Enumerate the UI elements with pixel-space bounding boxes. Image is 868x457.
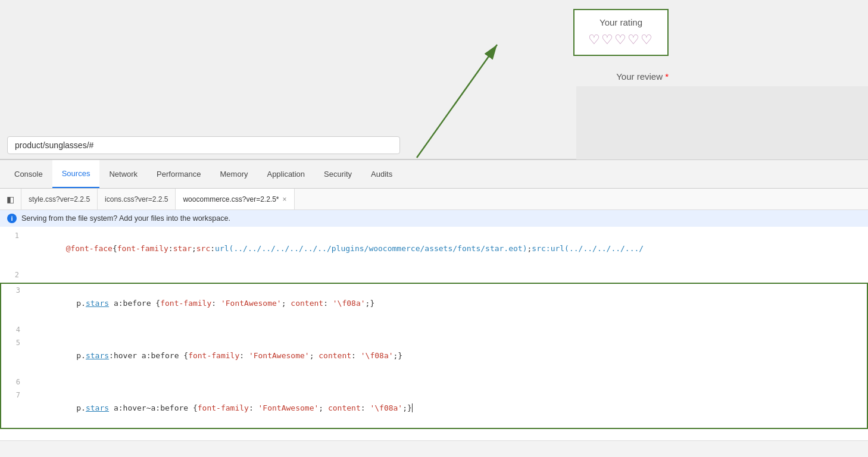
file-tab-woocommerce-label: woocommerce.css?ver=2.2.5*	[183, 195, 279, 204]
info-message: Serving from the file system? Add your f…	[21, 214, 230, 223]
devtools-bottom-bar	[0, 440, 868, 457]
code-line-3: 3 p.stars a:before {font-family: 'FontAw…	[1, 284, 867, 323]
info-bar: i Serving from the file system? Add your…	[0, 210, 868, 227]
tab-memory[interactable]: Memory	[211, 160, 258, 188]
your-review-label: Your review *	[616, 71, 669, 82]
file-tabs: ◧ style.css?ver=2.2.5 icons.css?ver=2.2.…	[0, 189, 868, 210]
highlighted-code-block: 3 p.stars a:before {font-family: 'FontAw…	[0, 283, 868, 429]
tab-application[interactable]: Application	[257, 160, 314, 188]
line-number-7: 7	[6, 389, 20, 402]
code-line-2: 2	[0, 268, 868, 281]
file-tab-icons-label: icons.css?ver=2.2.5	[105, 195, 168, 204]
required-marker: *	[665, 71, 669, 82]
line-number-3: 3	[6, 284, 20, 297]
sidebar-toggle[interactable]: ◧	[0, 189, 21, 210]
file-tab-woocommerce-close[interactable]: ×	[283, 195, 287, 204]
devtools-tab-bar: Console Sources Network Performance Memo…	[0, 160, 868, 189]
tab-network[interactable]: Network	[99, 160, 147, 188]
audits-tab-label: Audits	[371, 170, 392, 179]
line-number-1: 1	[5, 229, 19, 242]
rating-hearts[interactable]: ♡♡♡♡♡	[585, 32, 657, 48]
line-number-2: 2	[5, 268, 19, 281]
file-tab-style[interactable]: style.css?ver=2.2.5	[21, 189, 98, 209]
sidebar-toggle-icon: ◧	[7, 195, 14, 204]
memory-tab-label: Memory	[220, 170, 248, 179]
url-bar[interactable]: product/sunglasses/#	[7, 136, 400, 154]
sources-tab-label: Sources	[62, 169, 90, 178]
code-line-4: 4	[1, 323, 867, 336]
file-tab-style-label: style.css?ver=2.2.5	[29, 195, 90, 204]
tab-console[interactable]: Console	[5, 160, 52, 188]
code-editor[interactable]: 1 @font-face{font-family:star;src:url(..…	[0, 227, 868, 440]
code-line-8	[0, 430, 868, 440]
line-number-4: 4	[6, 323, 20, 336]
tab-performance[interactable]: Performance	[147, 160, 210, 188]
browser-viewport: Your rating ♡♡♡♡♡ Your review * product/…	[0, 0, 868, 159]
line-number-5: 5	[6, 336, 20, 349]
security-tab-label: Security	[324, 170, 352, 179]
console-tab-label: Console	[14, 170, 43, 179]
rating-widget: Your rating ♡♡♡♡♡	[573, 9, 669, 56]
rating-title: Your rating	[585, 17, 657, 27]
tab-sources[interactable]: Sources	[52, 160, 100, 188]
network-tab-label: Network	[109, 170, 138, 179]
code-line-7: 7 p.stars a:hover~a:before {font-family:…	[1, 389, 867, 428]
tab-audits[interactable]: Audits	[361, 160, 402, 188]
file-tab-woocommerce[interactable]: woocommerce.css?ver=2.2.5* ×	[176, 189, 294, 209]
application-tab-label: Application	[267, 170, 305, 179]
performance-tab-label: Performance	[157, 170, 201, 179]
line-number-6: 6	[6, 375, 20, 389]
code-line-6: 6	[1, 375, 867, 389]
url-bar-container: product/sunglasses/#	[0, 132, 868, 159]
info-icon: i	[7, 214, 17, 223]
tab-security[interactable]: Security	[314, 160, 361, 188]
file-tab-icons[interactable]: icons.css?ver=2.2.5	[98, 189, 176, 209]
code-line-5: 5 p.stars:hover a:before {font-family: '…	[1, 336, 867, 375]
devtools-panel: Console Sources Network Performance Memo…	[0, 159, 868, 457]
code-line-1: 1 @font-face{font-family:star;src:url(..…	[0, 229, 868, 268]
